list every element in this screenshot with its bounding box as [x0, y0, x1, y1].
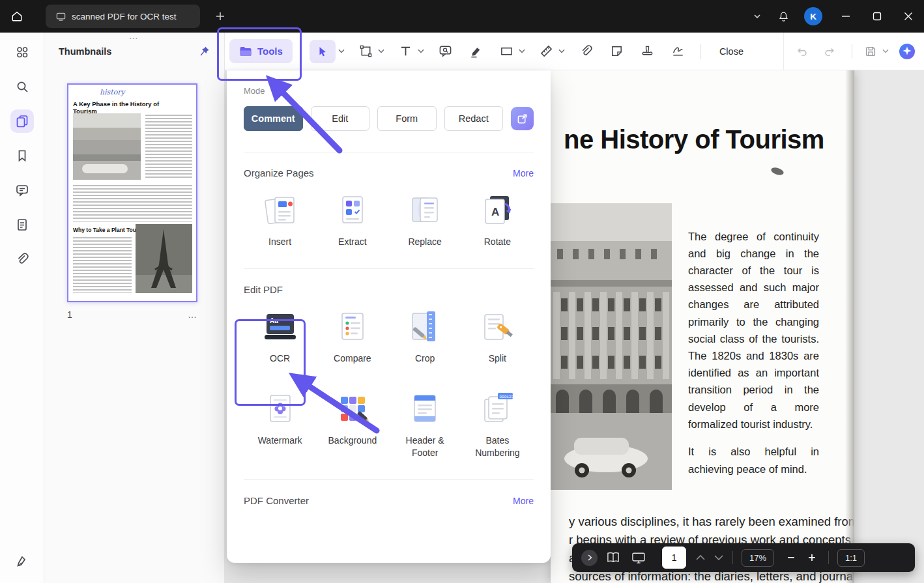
thumb-text-lines: [73, 185, 192, 221]
redo-button[interactable]: [820, 40, 839, 63]
insert-icon: [262, 192, 298, 228]
comment-tool-button[interactable]: [437, 40, 455, 63]
zoom-out-button[interactable]: [783, 553, 799, 562]
popout-icon: [517, 113, 528, 124]
mode-edit-button[interactable]: Edit: [311, 106, 370, 131]
shape-frame-tool-button[interactable]: [357, 40, 375, 63]
tool-item-ocr[interactable]: Aa OCR: [244, 308, 316, 364]
measure-tool-chevron[interactable]: [558, 49, 565, 53]
mode-redact-button[interactable]: Redact: [444, 106, 504, 131]
monitor-icon: [631, 552, 646, 564]
popout-mode-button[interactable]: [511, 107, 534, 130]
maximize-button[interactable]: [861, 0, 893, 33]
pdf-converter-header: PDF Converter More: [244, 495, 534, 506]
close-icon: [904, 12, 913, 21]
thumbnails-panel-button[interactable]: [10, 109, 34, 133]
tool-item-extract[interactable]: Extract: [316, 192, 388, 248]
titlebar-chevron-button[interactable]: [744, 0, 770, 33]
scan-bottom-line: y various disciplines, it has rarely bee…: [569, 515, 854, 529]
stamp-tool-button[interactable]: [639, 40, 657, 63]
text-icon: [399, 44, 412, 58]
apps-grid-button[interactable]: [10, 40, 34, 64]
pen-lab-button[interactable]: [10, 550, 34, 574]
page-number-input[interactable]: [662, 547, 686, 569]
thumbnail-footer: 1 …: [67, 309, 197, 320]
toolbar: Tools: [225, 33, 924, 70]
frame-icon: [359, 44, 373, 58]
text-tool-button[interactable]: [397, 40, 415, 63]
attach-tool-button[interactable]: [577, 40, 596, 63]
stamp-icon: [641, 44, 654, 58]
attachments-button[interactable]: [10, 248, 34, 271]
select-tool-chevron[interactable]: [338, 49, 345, 53]
pdf-converter-more-link[interactable]: More: [513, 496, 534, 506]
next-page-button[interactable]: [714, 554, 724, 561]
document-tab[interactable]: scanned PDF for OCR test: [46, 5, 200, 28]
sticker-tool-button[interactable]: [608, 40, 626, 63]
previous-page-button[interactable]: [695, 554, 706, 561]
home-icon: [10, 10, 23, 23]
rectangle-tool-chevron[interactable]: [519, 49, 525, 53]
scan-photo-building: [551, 203, 672, 490]
signature-tool-button[interactable]: [669, 40, 687, 63]
tool-item-compare[interactable]: Compare: [316, 308, 388, 364]
organize-pages-title: Organize Pages: [244, 167, 314, 178]
scan-paragraph: It is also helpful in achieving peace of…: [688, 443, 819, 477]
notifications-button[interactable]: [770, 0, 796, 33]
highlighter-tool-button[interactable]: [467, 40, 485, 63]
pin-icon[interactable]: [199, 46, 210, 57]
bookmarks-button[interactable]: [10, 144, 34, 167]
chevron-down-icon: [714, 554, 724, 561]
edit-pdf-grid: Aa OCR Compare: [244, 308, 534, 459]
rotate-icon: A: [479, 192, 515, 228]
tools-button[interactable]: Tools: [229, 39, 293, 63]
crop-icon: [407, 308, 443, 345]
home-button[interactable]: [0, 0, 34, 33]
zoom-level-button[interactable]: 17%: [742, 549, 774, 567]
zoom-in-button[interactable]: [804, 553, 820, 562]
tool-item-watermark[interactable]: Watermark: [244, 390, 316, 458]
statusbar-divider: [828, 551, 829, 564]
ai-assistant-button[interactable]: [898, 40, 916, 63]
measure-tool-button[interactable]: [538, 40, 556, 63]
tool-item-replace[interactable]: Replace: [389, 192, 461, 248]
undo-button[interactable]: [793, 40, 811, 63]
tool-item-bates-numbering[interactable]: 000123 Bates Numbering: [461, 390, 534, 458]
sticker-icon: [610, 44, 624, 58]
chevron-up-icon: [695, 554, 706, 561]
rectangle-tool-button[interactable]: [498, 40, 516, 63]
close-tools-button[interactable]: Close: [713, 42, 750, 61]
text-tool-chevron[interactable]: [418, 49, 424, 53]
tool-item-crop[interactable]: Crop: [389, 308, 461, 364]
reading-mode-button[interactable]: [606, 552, 620, 563]
close-window-button[interactable]: [893, 0, 924, 33]
minimize-button[interactable]: [830, 0, 861, 33]
thumb-text-lines: [73, 237, 132, 293]
tool-item-insert[interactable]: Insert: [244, 192, 316, 248]
avatar[interactable]: K: [804, 7, 822, 25]
tool-item-split[interactable]: Split: [461, 308, 534, 364]
mode-comment-button[interactable]: Comment: [244, 106, 303, 131]
pdf-converter-title: PDF Converter: [244, 495, 309, 506]
new-tab-button[interactable]: [210, 7, 230, 26]
tool-item-rotate[interactable]: A Rotate: [461, 192, 534, 248]
form-fields-button[interactable]: [10, 213, 34, 236]
organize-pages-more-link[interactable]: More: [513, 168, 534, 178]
tool-item-header-footer[interactable]: Header & Footer: [389, 390, 461, 458]
search-button[interactable]: [10, 75, 34, 98]
mode-form-button[interactable]: Form: [377, 106, 437, 131]
tool-item-background[interactable]: Background: [316, 390, 388, 458]
save-chevron[interactable]: [882, 49, 889, 53]
collapse-bar-button[interactable]: [581, 550, 598, 566]
replace-icon: [407, 192, 443, 228]
comments-button[interactable]: [10, 178, 34, 202]
thumbnail-menu-button[interactable]: …: [188, 309, 197, 320]
thumb-subheading: Why to Take a Plant Tour: [73, 227, 138, 233]
actual-size-button[interactable]: 1:1: [837, 549, 865, 567]
page-thumbnail[interactable]: history A Key Phase in the History of To…: [67, 83, 197, 302]
select-tool-button[interactable]: [310, 40, 336, 63]
save-button[interactable]: [861, 40, 880, 63]
panel-drag-handle[interactable]: ⋯: [44, 33, 224, 43]
shape-tool-chevron[interactable]: [378, 49, 384, 53]
presentation-mode-button[interactable]: [631, 552, 646, 564]
